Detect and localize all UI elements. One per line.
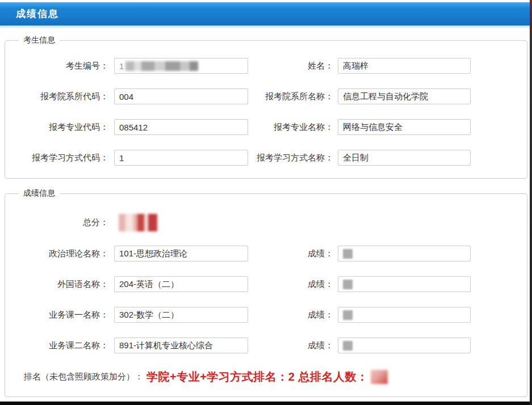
course2-name-value: 891-计算机专业核心综合 xyxy=(119,340,213,351)
study-mode-name-input[interactable]: 全日制 xyxy=(338,150,471,166)
redacted-course1-score xyxy=(343,310,353,320)
study-mode-code-label: 报考学习方式代码： xyxy=(11,153,108,163)
politics-name-value: 101-思想政治理论 xyxy=(119,248,187,259)
major-code-label: 报考专业代码： xyxy=(11,122,108,133)
redacted-politics-score xyxy=(343,249,353,259)
redacted-foreign-language-score xyxy=(343,280,353,289)
course2-score-label: 成绩： xyxy=(254,340,333,351)
course1-name-value: 302-数学（二） xyxy=(119,310,179,320)
score-info-legend: 成绩信息 xyxy=(19,188,60,199)
dept-code-value: 004 xyxy=(119,92,133,102)
dept-code-input[interactable]: 004 xyxy=(114,88,248,104)
politics-name-label: 政治理论名称： xyxy=(11,248,108,259)
score-page: 成绩信息 考生信息 考生编号： 1 姓名： 高瑞梓 报考院系所代码： xyxy=(0,0,532,405)
candidate-id-visible-prefix: 1 xyxy=(119,61,124,71)
redacted-rank-total xyxy=(371,370,388,384)
major-name-label: 报考专业名称： xyxy=(254,122,333,133)
screenshot-right-edge xyxy=(530,0,532,405)
study-mode-code-value: 1 xyxy=(119,153,124,163)
course1-name-label: 业务课一名称： xyxy=(11,310,108,320)
candidate-id-label: 考生编号： xyxy=(11,61,108,71)
major-name-input[interactable]: 网络与信息安全 xyxy=(338,119,471,135)
subject-row-course2: 业务课二名称： 891-计算机专业核心综合 成绩： xyxy=(11,338,527,353)
study-mode-name-value: 全日制 xyxy=(343,153,368,163)
rank-label: 排名（未包含照顾政策加分）： xyxy=(24,372,143,382)
header-underline xyxy=(0,26,530,28)
major-name-value: 网络与信息安全 xyxy=(343,122,403,133)
course2-score-input[interactable] xyxy=(338,338,471,353)
subject-row-foreign-language: 外国语名称： 204-英语（二） 成绩： xyxy=(11,276,527,292)
subject-row-politics: 政治理论名称： 101-思想政治理论 成绩： xyxy=(11,246,527,261)
course1-score-label: 成绩： xyxy=(254,310,333,320)
course2-name-label: 业务课二名称： xyxy=(11,340,108,351)
course1-score-input[interactable] xyxy=(338,307,471,323)
name-label: 姓名： xyxy=(254,61,333,71)
candidate-row-1: 考生编号： 1 姓名： 高瑞梓 xyxy=(11,58,527,74)
redacted-total-score xyxy=(119,214,157,231)
foreign-language-name-label: 外国语名称： xyxy=(11,279,108,290)
study-mode-code-input[interactable]: 1 xyxy=(114,150,248,166)
name-input[interactable]: 高瑞梓 xyxy=(338,58,471,74)
screenshot-bottom-edge xyxy=(0,401,532,405)
candidate-info-legend: 考生信息 xyxy=(19,35,60,45)
candidate-info-section: 考生信息 考生编号： 1 姓名： 高瑞梓 报考院系所代码： 004 xyxy=(5,35,527,179)
course2-name-input[interactable]: 891-计算机专业核心综合 xyxy=(114,338,248,353)
page-title: 成绩信息 xyxy=(16,7,59,20)
rank-row: 排名（未包含照顾政策加分）： 学院+专业+学习方式排名：2 总排名人数： xyxy=(24,368,527,385)
page-header: 成绩信息 xyxy=(0,2,530,26)
major-code-input[interactable]: 085412 xyxy=(114,119,248,135)
candidate-row-4: 报考学习方式代码： 1 报考学习方式名称： 全日制 xyxy=(11,150,527,166)
dept-code-label: 报考院系所代码： xyxy=(11,91,108,102)
redacted-candidate-id xyxy=(125,61,198,71)
foreign-language-name-input[interactable]: 204-英语（二） xyxy=(114,276,248,292)
redacted-course2-score xyxy=(343,341,353,351)
candidate-row-2: 报考院系所代码： 004 报考院系所名称： 信息工程与自动化学院 xyxy=(11,88,527,104)
course1-name-input[interactable]: 302-数学（二） xyxy=(114,307,248,323)
candidate-row-3: 报考专业代码： 085412 报考专业名称： 网络与信息安全 xyxy=(11,119,527,135)
politics-score-input[interactable] xyxy=(338,246,471,261)
study-mode-name-label: 报考学习方式名称： xyxy=(254,153,333,163)
foreign-language-score-label: 成绩： xyxy=(254,279,333,290)
total-score-row: 总分： xyxy=(11,213,527,232)
candidate-id-input[interactable]: 1 xyxy=(114,58,248,74)
score-info-section: 成绩信息 总分： 政治理论名称： 101-思想政治理论 成绩： 外国语名称： xyxy=(5,188,527,397)
subject-row-course1: 业务课一名称： 302-数学（二） 成绩： xyxy=(11,307,527,323)
foreign-language-name-value: 204-英语（二） xyxy=(119,279,179,290)
total-score-label: 总分： xyxy=(11,217,108,228)
major-code-value: 085412 xyxy=(119,123,148,132)
politics-score-label: 成绩： xyxy=(254,248,333,259)
politics-name-input[interactable]: 101-思想政治理论 xyxy=(114,246,248,261)
dept-name-input[interactable]: 信息工程与自动化学院 xyxy=(338,88,471,104)
foreign-language-score-input[interactable] xyxy=(338,276,471,292)
rank-value-text: 学院+专业+学习方式排名：2 总排名人数： xyxy=(146,369,368,385)
dept-name-label: 报考院系所名称： xyxy=(254,91,333,102)
name-value: 高瑞梓 xyxy=(343,61,368,71)
dept-name-value: 信息工程与自动化学院 xyxy=(343,91,428,102)
